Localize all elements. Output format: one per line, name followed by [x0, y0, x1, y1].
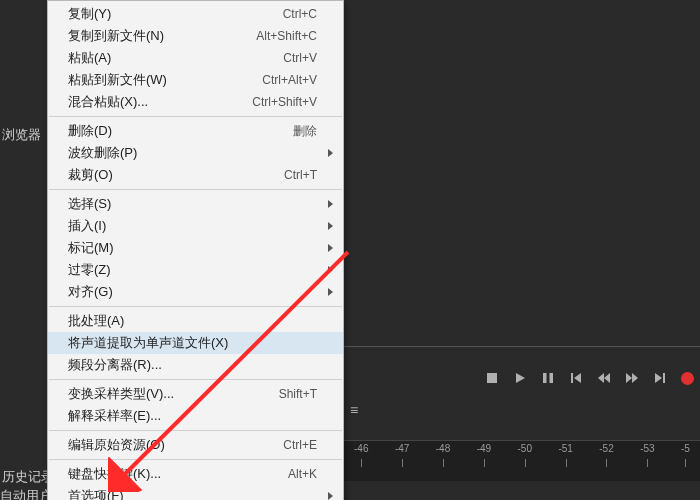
menu-item[interactable]: 批处理(A) — [48, 310, 343, 332]
menu-separator — [49, 430, 342, 431]
app-root: 浏览器 历史记录 自动用户 ≡ -46-47-48-49-50-51-52-53… — [0, 0, 700, 500]
svg-rect-0 — [487, 373, 497, 383]
stop-icon[interactable] — [485, 371, 499, 385]
menu-item-label: 波纹删除(P) — [68, 144, 317, 162]
db-ruler: -46-47-48-49-50-51-52-53-5 — [344, 440, 700, 481]
menu-item[interactable]: 编辑原始资源(O)Ctrl+E — [48, 434, 343, 456]
menu-item[interactable]: 波纹删除(P) — [48, 142, 343, 164]
menu-item[interactable]: 变换采样类型(V)...Shift+T — [48, 383, 343, 405]
skip-end-icon[interactable] — [653, 371, 667, 385]
menu-item-shortcut: Alt+Shift+C — [256, 29, 317, 43]
menu-item[interactable]: 复制(Y)Ctrl+C — [48, 3, 343, 25]
menu-item[interactable]: 过零(Z) — [48, 259, 343, 281]
menu-item-label: 粘贴到新文件(W) — [68, 71, 262, 89]
ruler-tick: -49 — [477, 443, 491, 454]
svg-marker-8 — [626, 373, 632, 383]
menu-item-label: 混合粘贴(X)... — [68, 93, 252, 111]
menu-item-label: 批处理(A) — [68, 312, 317, 330]
menu-item-label: 将声道提取为单声道文件(X) — [68, 334, 317, 352]
ruler-tick: -46 — [354, 443, 368, 454]
ruler-tick: -51 — [558, 443, 572, 454]
svg-rect-4 — [571, 373, 573, 383]
menu-item-label: 频段分离器(R)... — [68, 356, 317, 374]
play-icon[interactable] — [513, 371, 527, 385]
svg-rect-2 — [543, 373, 547, 383]
menu-item-label: 对齐(G) — [68, 283, 317, 301]
menu-item-label: 裁剪(O) — [68, 166, 284, 184]
menu-separator — [49, 189, 342, 190]
menu-item-shortcut: Ctrl+E — [283, 438, 317, 452]
menu-item-shortcut: 删除 — [293, 123, 317, 140]
pause-icon[interactable] — [541, 371, 555, 385]
menu-item[interactable]: 标记(M) — [48, 237, 343, 259]
menu-item-shortcut: Ctrl+Alt+V — [262, 73, 317, 87]
menu-item[interactable]: 选择(S) — [48, 193, 343, 215]
menu-item[interactable]: 首选项(F) — [48, 485, 343, 500]
menu-item-shortcut: Ctrl+T — [284, 168, 317, 182]
ruler-tick: -50 — [518, 443, 532, 454]
menu-item[interactable]: 键盘快捷键(K)...Alt+K — [48, 463, 343, 485]
menu-item-shortcut: Alt+K — [288, 467, 317, 481]
skip-start-icon[interactable] — [569, 371, 583, 385]
menu-item-label: 粘贴(A) — [68, 49, 283, 67]
menu-separator — [49, 459, 342, 460]
menu-item-label: 删除(D) — [68, 122, 293, 140]
menu-item[interactable]: 删除(D)删除 — [48, 120, 343, 142]
menu-item-label: 复制(Y) — [68, 5, 283, 23]
ruler-tick: -52 — [599, 443, 613, 454]
svg-marker-9 — [632, 373, 638, 383]
menu-item-label: 首选项(F) — [68, 487, 317, 500]
menu-item-label: 过零(Z) — [68, 261, 317, 279]
svg-marker-5 — [574, 373, 581, 383]
menu-item-label: 选择(S) — [68, 195, 317, 213]
svg-rect-3 — [550, 373, 554, 383]
menu-item[interactable]: 对齐(G) — [48, 281, 343, 303]
menu-item[interactable]: 粘贴(A)Ctrl+V — [48, 47, 343, 69]
record-icon[interactable] — [681, 372, 694, 385]
menu-item-label: 编辑原始资源(O) — [68, 436, 283, 454]
browser-panel-label: 浏览器 — [2, 126, 41, 144]
menu-item[interactable]: 粘贴到新文件(W)Ctrl+Alt+V — [48, 69, 343, 91]
menu-item[interactable]: 将声道提取为单声道文件(X) — [48, 332, 343, 354]
menu-separator — [49, 116, 342, 117]
context-menu: 复制(Y)Ctrl+C复制到新文件(N)Alt+Shift+C粘贴(A)Ctrl… — [47, 0, 344, 500]
menu-item[interactable]: 混合粘贴(X)...Ctrl+Shift+V — [48, 91, 343, 113]
menu-item[interactable]: 裁剪(O)Ctrl+T — [48, 164, 343, 186]
svg-marker-10 — [655, 373, 662, 383]
menu-item-shortcut: Ctrl+Shift+V — [252, 95, 317, 109]
hamburger-icon[interactable]: ≡ — [350, 402, 358, 418]
menu-item-label: 解释采样率(E)... — [68, 407, 317, 425]
menu-item-label: 标记(M) — [68, 239, 317, 257]
footer-label: 自动用户 — [0, 487, 52, 500]
rewind-icon[interactable] — [597, 371, 611, 385]
ruler-tick: -47 — [395, 443, 409, 454]
menu-separator — [49, 379, 342, 380]
svg-marker-1 — [516, 373, 525, 383]
menu-item-label: 插入(I) — [68, 217, 317, 235]
ruler-tick: -48 — [436, 443, 450, 454]
menu-item-label: 复制到新文件(N) — [68, 27, 256, 45]
menu-item-label: 变换采样类型(V)... — [68, 385, 279, 403]
menu-item-shortcut: Ctrl+V — [283, 51, 317, 65]
ruler-tick: -53 — [640, 443, 654, 454]
menu-item-shortcut: Shift+T — [279, 387, 317, 401]
menu-separator — [49, 306, 342, 307]
svg-marker-6 — [598, 373, 604, 383]
menu-item[interactable]: 插入(I) — [48, 215, 343, 237]
fast-forward-icon[interactable] — [625, 371, 639, 385]
svg-marker-7 — [604, 373, 610, 383]
menu-item-label: 键盘快捷键(K)... — [68, 465, 288, 483]
menu-item-shortcut: Ctrl+C — [283, 7, 317, 21]
menu-item[interactable]: 复制到新文件(N)Alt+Shift+C — [48, 25, 343, 47]
playback-bar — [344, 346, 700, 399]
svg-rect-11 — [663, 373, 665, 383]
menu-item[interactable]: 解释采样率(E)... — [48, 405, 343, 427]
menu-item[interactable]: 频段分离器(R)... — [48, 354, 343, 376]
ruler-tick: -5 — [681, 443, 690, 454]
